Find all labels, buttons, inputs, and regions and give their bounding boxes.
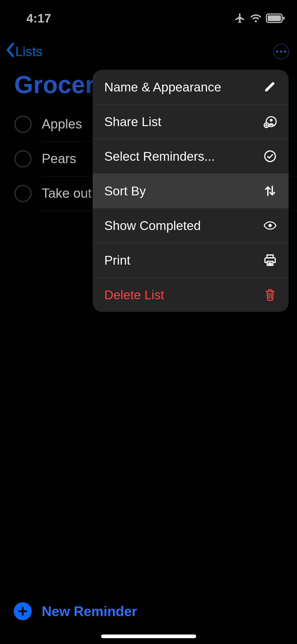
printer-icon — [263, 253, 277, 267]
menu-item-label: Print — [104, 253, 130, 268]
trash-icon — [263, 288, 277, 302]
eye-icon — [263, 219, 277, 232]
home-indicator[interactable] — [101, 634, 196, 638]
svg-point-7 — [268, 224, 272, 227]
menu-item-share-list[interactable]: Share List — [93, 104, 289, 139]
plus-circle-icon — [14, 602, 32, 620]
menu-item-label: Sort By — [104, 184, 146, 198]
menu-item-print[interactable]: Print — [93, 243, 289, 277]
menu-item-label: Name & Appearance — [104, 80, 221, 94]
new-reminder-button[interactable]: New Reminder — [0, 602, 297, 620]
menu-item-show-completed[interactable]: Show Completed — [93, 208, 289, 243]
pencil-icon — [263, 80, 277, 94]
sort-arrows-icon — [263, 184, 277, 198]
svg-point-6 — [265, 151, 275, 162]
share-person-icon — [263, 115, 277, 128]
menu-item-label: Show Completed — [104, 218, 201, 233]
menu-item-name-appearance[interactable]: Name & Appearance — [93, 70, 289, 104]
svg-point-4 — [270, 119, 273, 122]
menu-item-select-reminders[interactable]: Select Reminders... — [93, 139, 289, 173]
context-menu: Name & Appearance Share List Select Remi… — [93, 70, 289, 312]
menu-item-delete-list[interactable]: Delete List — [93, 278, 289, 312]
checkmark-circle-icon — [263, 149, 277, 163]
new-reminder-label: New Reminder — [42, 603, 137, 619]
menu-item-label: Delete List — [104, 288, 164, 302]
menu-item-label: Share List — [104, 114, 161, 129]
menu-item-sort-by[interactable]: Sort By — [93, 174, 289, 208]
menu-item-label: Select Reminders... — [104, 149, 215, 164]
